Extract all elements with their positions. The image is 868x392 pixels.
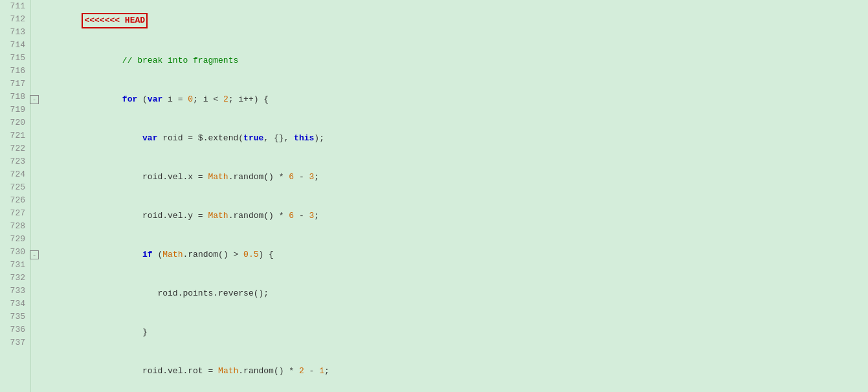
- ln-714: 714: [3, 39, 25, 52]
- line-714: var roid = $.extend(true, {}, this);: [31, 119, 868, 158]
- ln-730: 730: [3, 246, 25, 259]
- line-717-text: if (Math.random() > 0.5) {: [41, 235, 868, 274]
- line-719: }: [31, 313, 868, 352]
- ln-728: 728: [3, 220, 25, 233]
- ln-715: 715: [3, 52, 25, 65]
- ln-712: 712: [3, 13, 25, 26]
- var-keyword-714: var: [142, 133, 157, 143]
- ln-723: 723: [3, 155, 25, 168]
- ln-717: 717: [3, 78, 25, 91]
- ln-726: 726: [3, 194, 25, 207]
- line-718-text: roid.points.reverse();: [41, 274, 868, 313]
- line-714-text: var roid = $.extend(true, {}, this);: [41, 119, 868, 158]
- ln-721: 721: [3, 129, 25, 142]
- ln-732: 732: [3, 272, 25, 285]
- line-718: roid.points.reverse();: [31, 274, 868, 313]
- line-717: - if (Math.random() > 0.5) {: [31, 235, 868, 274]
- line-716-text: roid.vel.y = Math.random() * 6 - 3;: [41, 197, 868, 235]
- ln-713: 713: [3, 26, 25, 39]
- line-715: roid.vel.x = Math.random() * 6 - 3;: [31, 158, 868, 197]
- line-numbers: 711 712 713 714 715 716 717 718 719 720 …: [0, 0, 31, 392]
- comment-break-fragments: // break into fragments: [122, 56, 238, 65]
- ln-711: 711: [3, 0, 25, 13]
- var-keyword-713: var: [148, 94, 162, 104]
- ln-724: 724: [3, 168, 25, 181]
- line-716: roid.vel.y = Math.random() * 6 - 3;: [31, 197, 868, 235]
- plain-713: (: [137, 94, 148, 104]
- line-719-text: }: [41, 313, 868, 352]
- ln-716: 716: [3, 65, 25, 78]
- ln-737: 737: [3, 336, 25, 349]
- ln-734: 734: [3, 298, 25, 310]
- fold-717[interactable]: -: [30, 250, 39, 259]
- line-720: roid.vel.rot = Math.random() * 2 - 1;: [31, 352, 868, 391]
- ln-735: 735: [3, 310, 25, 323]
- ln-729: 729: [3, 233, 25, 246]
- line-712-text: // break into fragments: [41, 41, 868, 80]
- ln-725: 725: [3, 181, 25, 194]
- ln-733: 733: [3, 285, 25, 298]
- fold-713[interactable]: -: [30, 95, 39, 104]
- conflict-head-marker: <<<<<<< HEAD: [41, 0, 868, 41]
- line-713-text: for (var i = 0; i < 2; i++) {: [41, 80, 868, 119]
- ln-736: 736: [3, 323, 25, 336]
- num-0-713: 0: [188, 94, 193, 104]
- plain-713c: ; i <: [193, 94, 223, 104]
- ln-727: 727: [3, 207, 25, 220]
- line-712: // break into fragments: [31, 41, 868, 80]
- num-2-713: 2: [223, 94, 228, 104]
- ln-731: 731: [3, 259, 25, 272]
- code-container: 711 712 713 714 715 716 717 718 719 720 …: [0, 0, 868, 392]
- plain-713d: ; i++) {: [228, 94, 269, 104]
- plain-713b: i =: [162, 94, 188, 104]
- for-keyword-713: for: [122, 94, 137, 104]
- conflict-head-label: <<<<<<< HEAD: [82, 13, 148, 28]
- ln-718: 718: [3, 91, 25, 103]
- code-content: <<<<<<< HEAD // break into fragments - f…: [31, 0, 868, 392]
- line-713: - for (var i = 0; i < 2; i++) {: [31, 80, 868, 119]
- ln-722: 722: [3, 142, 25, 155]
- line-711: <<<<<<< HEAD: [31, 0, 868, 41]
- ln-720: 720: [3, 116, 25, 129]
- line-720-text: roid.vel.rot = Math.random() * 2 - 1;: [41, 352, 868, 391]
- ln-719: 719: [3, 103, 25, 116]
- line-715-text: roid.vel.x = Math.random() * 6 - 3;: [41, 158, 868, 197]
